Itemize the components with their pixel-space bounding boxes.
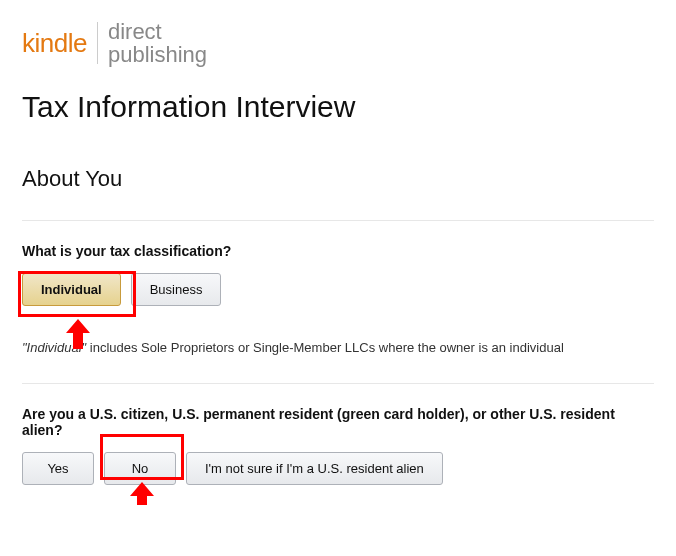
q2-options: Yes No I'm not sure if I'm a U.S. reside…	[22, 452, 654, 485]
business-button[interactable]: Business	[131, 273, 222, 306]
arrow-icon	[130, 482, 154, 505]
q1-options: Individual Business	[22, 273, 654, 306]
page-title: Tax Information Interview	[22, 90, 654, 124]
divider	[22, 220, 654, 221]
q1-label: What is your tax classification?	[22, 243, 654, 259]
no-button[interactable]: No	[104, 452, 176, 485]
individual-button[interactable]: Individual	[22, 273, 121, 306]
yes-button[interactable]: Yes	[22, 452, 94, 485]
logo-publishing-text: publishing	[108, 43, 207, 66]
logo-divider	[97, 22, 98, 64]
q1-note-em: "Individual"	[22, 340, 86, 355]
q1-note: "Individual" includes Sole Proprietors o…	[22, 340, 654, 355]
q2-label: Are you a U.S. citizen, U.S. permanent r…	[22, 406, 654, 438]
section-title: About You	[22, 166, 654, 192]
divider	[22, 383, 654, 384]
svg-marker-1	[130, 482, 154, 505]
logo-direct-text: direct	[108, 20, 207, 43]
logo-kindle-text: kindle	[22, 28, 87, 59]
logo-direct-publishing: direct publishing	[108, 20, 207, 66]
q1-note-rest: includes Sole Proprietors or Single-Memb…	[86, 340, 564, 355]
kdp-logo: kindle direct publishing	[22, 20, 654, 66]
unsure-button[interactable]: I'm not sure if I'm a U.S. resident alie…	[186, 452, 443, 485]
